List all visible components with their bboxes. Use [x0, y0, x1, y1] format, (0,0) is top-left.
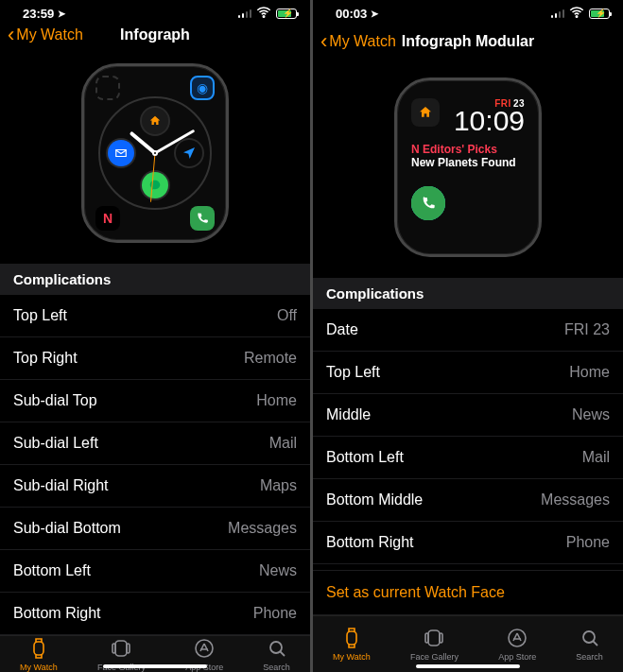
svg-point-14 [583, 631, 595, 643]
tab-face-gallery[interactable]: Face Gallery [410, 627, 459, 662]
tab-bar: My WatchFace GalleryApp StoreSearch [313, 615, 623, 672]
modular-face: FRI23 10:09 N Editors' Picks New Planets… [402, 87, 534, 248]
phone-right: 00:03 ➤ ⚡ ‹ My Watch Infograph Modular [313, 0, 623, 672]
remote-icon: ◉ [190, 76, 215, 100]
watch-preview: FRI23 10:09 N Editors' Picks New Planets… [313, 60, 623, 278]
svg-point-5 [196, 640, 213, 657]
tab-my-watch[interactable]: My Watch [333, 627, 371, 662]
location-icon: ➤ [58, 9, 65, 19]
messages-icon [142, 172, 168, 198]
row-label: Top Right [13, 350, 78, 367]
svg-rect-3 [112, 644, 115, 653]
tab-label: Search [576, 652, 603, 662]
row-value: Off [277, 307, 297, 324]
svg-point-6 [270, 642, 282, 653]
watch-outline-icon [27, 637, 50, 660]
status-bar: 00:03 ➤ ⚡ [313, 0, 623, 23]
set-watch-face-button[interactable]: Set as current Watch Face [313, 570, 623, 615]
row-label: Middle [326, 406, 371, 423]
cellular-icon [238, 9, 252, 18]
complication-row[interactable]: Bottom MiddleMessages [313, 479, 623, 522]
cellular-icon [551, 9, 565, 18]
row-value: Phone [253, 605, 297, 622]
complication-row[interactable]: Sub-dial TopHome [0, 380, 310, 422]
row-value: Maps [260, 477, 297, 494]
watch-case: FRI23 10:09 N Editors' Picks New Planets… [394, 78, 542, 257]
back-button[interactable]: ‹ My Watch [320, 31, 396, 52]
status-time: 00:03 [336, 7, 367, 21]
svg-rect-11 [425, 633, 428, 643]
tab-search[interactable]: Search [263, 637, 290, 672]
complication-row[interactable]: DateFRI 23 [313, 309, 623, 352]
svg-rect-1 [34, 642, 43, 655]
complication-row[interactable]: MiddleNews [313, 394, 623, 437]
home-indicator[interactable] [103, 664, 207, 668]
tab-label: App Store [498, 652, 536, 662]
tab-label: My Watch [20, 663, 58, 672]
chevron-left-icon: ‹ [8, 25, 14, 45]
row-value: News [259, 562, 297, 579]
row-label: Bottom Left [326, 449, 404, 466]
row-label: Sub-dial Bottom [13, 520, 121, 537]
row-label: Top Left [326, 364, 380, 381]
complication-row[interactable]: Top LeftOff [0, 295, 310, 337]
complication-row[interactable]: Bottom LeftNews [0, 550, 310, 593]
row-label: Top Left [13, 307, 67, 324]
watch-case: ◉ N [81, 63, 229, 243]
tab-my-watch[interactable]: My Watch [20, 637, 58, 672]
svg-point-7 [576, 16, 578, 18]
svg-rect-2 [115, 641, 127, 656]
back-label: My Watch [329, 33, 396, 50]
row-value: Remote [244, 350, 297, 367]
row-label: Bottom Right [13, 605, 100, 622]
digital-time: 10:09 [454, 107, 525, 135]
complication-row[interactable]: Top LeftHome [313, 352, 623, 394]
back-button[interactable]: ‹ My Watch [8, 25, 83, 45]
complication-row[interactable]: Top RightRemote [0, 337, 310, 380]
search-icon [266, 637, 288, 660]
complication-list: DateFRI 23Top LeftHomeMiddleNewsBottom L… [313, 309, 623, 564]
complication-row[interactable]: Bottom LeftMail [313, 437, 623, 479]
back-label: My Watch [16, 26, 83, 43]
row-label: Bottom Middle [326, 491, 423, 508]
section-header-complications: Complications [0, 264, 310, 295]
app-store-icon [193, 637, 216, 660]
search-icon [579, 627, 601, 649]
row-value: Messages [541, 491, 610, 508]
phone-icon [411, 186, 445, 220]
row-value: Messages [228, 520, 297, 537]
battery-icon: ⚡ [589, 9, 610, 19]
status-time: 23:59 [23, 7, 54, 21]
maps-icon [176, 140, 202, 166]
watch-preview: ◉ N [0, 46, 310, 264]
complication-row[interactable]: Sub-dial BottomMessages [0, 508, 310, 550]
home-icon [411, 98, 440, 127]
row-label: Sub-dial Top [13, 392, 97, 409]
home-indicator[interactable] [416, 664, 520, 668]
row-value: News [572, 406, 610, 423]
app-store-icon [506, 627, 528, 649]
svg-rect-10 [428, 630, 440, 646]
phone-left: 23:59 ➤ ⚡ ‹ My Watch Infograph ◉ N [0, 0, 310, 672]
complication-top-left-off [95, 76, 120, 100]
analog-dial [98, 96, 212, 210]
mail-icon [108, 140, 134, 166]
watch-outline-icon [340, 627, 363, 649]
row-value: Mail [582, 449, 610, 466]
nav-bar: ‹ My Watch Infograph [0, 23, 310, 46]
complication-row[interactable]: Sub-dial LeftMail [0, 422, 310, 465]
tab-search[interactable]: Search [576, 627, 603, 662]
news-icon: N [95, 206, 120, 231]
row-value: Mail [269, 435, 297, 452]
wifi-icon [568, 4, 585, 23]
complication-row[interactable]: Sub-dial RightMaps [0, 465, 310, 508]
complication-row[interactable]: Bottom RightPhone [0, 593, 310, 635]
news-complication: N Editors' Picks New Planets Found [411, 143, 525, 169]
svg-rect-9 [347, 631, 356, 645]
complication-row[interactable]: Bottom RightPhone [313, 522, 623, 564]
tab-app-store[interactable]: App Store [498, 627, 536, 662]
nav-bar: ‹ My Watch Infograph Modular [313, 23, 623, 60]
complication-list: Top LeftOffTop RightRemoteSub-dial TopHo… [0, 295, 310, 635]
location-icon: ➤ [371, 9, 378, 19]
face-gallery-icon [423, 627, 445, 649]
